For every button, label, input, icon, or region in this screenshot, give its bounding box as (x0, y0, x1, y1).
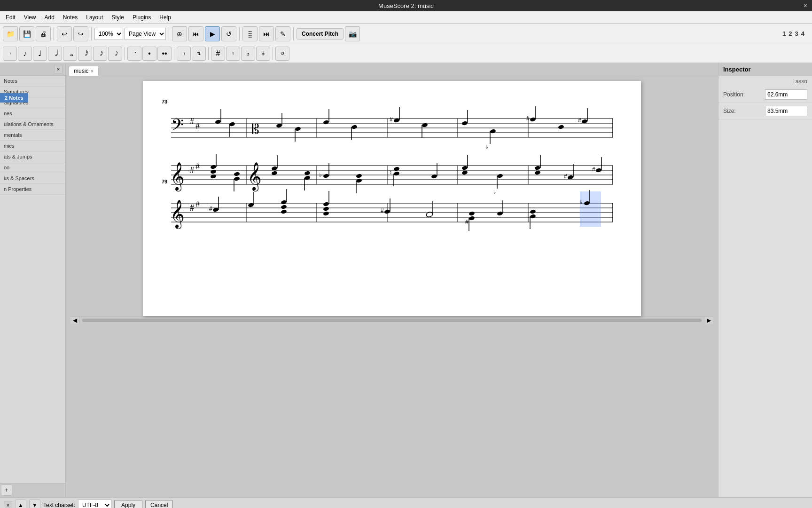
svg-point-132 (426, 211, 433, 217)
sidebar-add-button[interactable]: + (1, 484, 12, 496)
accidental-btn[interactable]: ↺ (275, 47, 289, 61)
undo-button[interactable]: ↩ (57, 26, 72, 41)
menu-help[interactable]: Help (156, 13, 175, 22)
svg-point-64 (234, 176, 240, 182)
menu-layout[interactable]: Layout (82, 13, 107, 22)
title-bar: MuseScore 2: music × (0, 0, 812, 11)
dot-btn[interactable]: • (142, 47, 156, 61)
svg-point-89 (497, 174, 503, 179)
zoom-select[interactable]: 100% (94, 28, 123, 40)
redo-button[interactable]: ↪ (73, 26, 88, 41)
music-notation: 73 𝄢 # # (157, 90, 627, 241)
page-2-button[interactable]: 2 (789, 30, 792, 37)
metronome-button[interactable]: ⊕ (172, 26, 187, 41)
charset-select[interactable]: UTF-8 UTF-16 Latin-1 (78, 500, 111, 508)
sidebar-item-frame-props[interactable]: n Properties (0, 184, 65, 195)
sidebar-item-repeats[interactable]: ats & Jumps (0, 151, 65, 162)
menu-notes[interactable]: Notes (59, 13, 81, 22)
tab-music-close[interactable]: × (91, 69, 94, 74)
svg-point-93 (534, 166, 541, 171)
rest-btn[interactable]: 𝄼 (127, 47, 141, 61)
sharp-btn[interactable]: # (211, 47, 225, 61)
note-sep-3 (208, 47, 209, 60)
double-flat-btn[interactable]: 𝄫 (256, 47, 270, 61)
grace-note-btn[interactable]: 𝄾 (3, 47, 17, 61)
sidebar-item-articulations[interactable]: ulations & Ornaments (0, 119, 65, 130)
view-mode-select[interactable]: Page View (125, 28, 166, 40)
score-area: music × 2 Notes 73 (66, 63, 718, 497)
svg-text:#: # (564, 173, 567, 180)
menu-edit[interactable]: Edit (2, 13, 19, 22)
svg-text:#: # (578, 117, 581, 124)
inspector-size-input[interactable] (765, 106, 807, 116)
svg-point-141 (497, 211, 503, 216)
bottom-move-up-button[interactable]: ▲ (15, 500, 26, 508)
note-16th-btn[interactable]: 𝅘𝅥𝅮 (108, 47, 122, 61)
sidebar-item-ornaments[interactable]: mentals (0, 130, 65, 141)
edit-mode-button[interactable]: ✎ (275, 26, 290, 41)
score-canvas[interactable]: 2 Notes 73 𝄢 (66, 76, 718, 497)
tuplet-btn[interactable]: 𝄾𝄿 (177, 47, 191, 61)
note-32nd-btn[interactable]: 𝅘𝅥𝅯 (93, 47, 107, 61)
sidebar-item-dynamics[interactable]: mics (0, 141, 65, 151)
svg-point-121 (281, 209, 287, 214)
save-file-button[interactable]: 💾 (19, 26, 34, 41)
screenshot-button[interactable]: 📷 (345, 26, 360, 41)
inspector-size-label: Size: (723, 108, 761, 114)
sidebar-item-breaks[interactable]: ks & Spacers (0, 173, 65, 184)
half-note-btn[interactable]: 𝅗𝅥 (48, 47, 62, 61)
svg-point-60 (210, 174, 217, 179)
sidebar-scroll[interactable]: Notes Signatures Signatures nes ulations… (0, 76, 65, 483)
loop-button[interactable]: ↺ (221, 26, 236, 41)
rewind-button[interactable]: ⏮ (188, 26, 203, 41)
flip-btn[interactable]: ⇅ (192, 47, 206, 61)
page-4-button[interactable]: 4 (801, 30, 804, 37)
tab-music-label: music (74, 68, 88, 74)
svg-point-144 (530, 209, 536, 214)
svg-point-92 (534, 170, 541, 175)
apply-button[interactable]: Apply (114, 500, 142, 508)
menu-style[interactable]: Style (108, 13, 128, 22)
double-dot-btn[interactable]: •• (157, 47, 172, 61)
note-toolbar: 𝄾 ♪ ♩ 𝅗𝅥 𝅝 𝅘𝅥𝅰 𝅘𝅥𝅯 𝅘𝅥𝅮 𝄼 • •• 𝄾𝄿 ⇅ # ♮ ♭… (0, 44, 812, 63)
menu-add[interactable]: Add (40, 13, 58, 22)
bottom-panel-close-button[interactable]: × (4, 501, 12, 508)
menu-plugins[interactable]: Plugins (129, 13, 155, 22)
sidebar-close-button[interactable]: × (54, 65, 62, 73)
svg-point-129 (384, 209, 390, 214)
print-button[interactable]: 🖨 (36, 26, 51, 41)
tab-music[interactable]: music × (69, 66, 99, 76)
scroll-track-h[interactable] (82, 318, 702, 322)
bottom-move-down-button[interactable]: ▼ (29, 500, 40, 508)
note-64th-btn[interactable]: 𝅘𝅥𝅰 (78, 47, 92, 61)
play-button[interactable]: ▶ (205, 26, 220, 41)
open-file-button[interactable]: 📁 (3, 26, 18, 41)
sidebar-item-lines[interactable]: nes (0, 108, 65, 119)
scroll-thumb-h[interactable] (82, 319, 702, 322)
window-title: MuseScore 2: music (378, 2, 434, 9)
cancel-button[interactable]: Cancel (145, 500, 173, 508)
scroll-right-button[interactable]: ▶ (704, 317, 713, 324)
score-scrollbar-h[interactable]: ◀ ▶ (70, 316, 713, 324)
inspector-position-input[interactable] (765, 89, 807, 100)
scroll-left-button[interactable]: ◀ (70, 317, 80, 324)
svg-point-125 (323, 211, 329, 216)
page-3-button[interactable]: 3 (795, 30, 798, 37)
mixer-button[interactable]: ⣿ (242, 26, 258, 41)
end-button[interactable]: ⏭ (259, 26, 274, 41)
sidebar-item-notes[interactable]: Notes (0, 76, 65, 87)
flat-btn[interactable]: ♭ (241, 47, 255, 61)
natural-btn[interactable]: ♮ (226, 47, 240, 61)
whole-note-btn[interactable]: 𝅝 (63, 47, 77, 61)
window-close-button[interactable]: × (804, 2, 807, 9)
page-1-button[interactable]: 1 (782, 30, 786, 37)
menu-bar: Edit View Add Notes Layout Style Plugins… (0, 11, 812, 24)
concert-pitch-button[interactable]: Concert Pitch (297, 28, 344, 40)
svg-point-74 (323, 174, 329, 179)
quarter-note-btn[interactable]: ♩ (33, 47, 47, 61)
eighth-note-btn[interactable]: ♪ (18, 47, 32, 61)
menu-view[interactable]: View (20, 13, 40, 22)
inspector-position-label: Position: (723, 91, 761, 98)
svg-text:73: 73 (162, 99, 167, 104)
sidebar-item-tempo[interactable]: oo (0, 162, 65, 173)
